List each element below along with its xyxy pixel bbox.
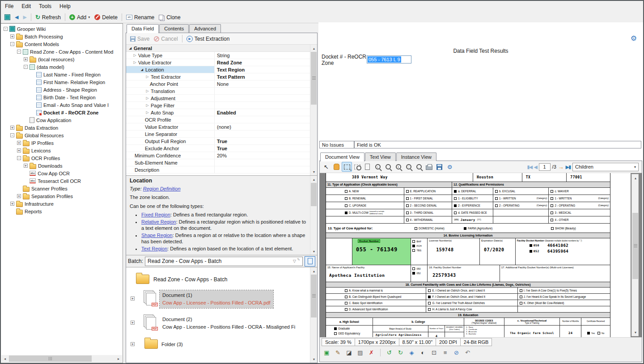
tree-item[interactable]: +Infrastructure xyxy=(2,200,122,207)
menu-item-edit[interactable]: Edit xyxy=(17,1,35,11)
filter-icon[interactable]: ▽✎ xyxy=(293,259,300,263)
tab-instance-view[interactable]: Instance View xyxy=(396,152,436,161)
property-row[interactable]: ▷Value TypeString xyxy=(126,52,310,59)
help-link[interactable]: Shape Region xyxy=(141,233,173,238)
tree-item[interactable]: -OCR Profiles xyxy=(2,154,122,162)
tree-item[interactable]: +Downloads xyxy=(2,162,122,169)
scroll-down-arrow[interactable]: ▾ xyxy=(310,168,317,175)
scroll-left-arrow[interactable]: ◂ xyxy=(1,355,8,362)
scroll-up-arrow[interactable]: ▴ xyxy=(632,174,639,182)
tree-item[interactable]: Address - Shape Region xyxy=(2,86,122,93)
add-button[interactable]: +Add▾ xyxy=(67,13,92,21)
document-page[interactable]: 389 Vermont WayHoustonTX7700111. Type of… xyxy=(326,173,631,337)
property-row[interactable]: ▷Value ExtractorRead Zone xyxy=(126,59,310,66)
scroll-up-arrow[interactable]: ▴ xyxy=(310,45,317,52)
tree-item[interactable]: Reports xyxy=(2,207,122,215)
settings-wrench-icon[interactable]: ⚙ xyxy=(631,35,637,42)
rotate-left-button[interactable]: ↺ xyxy=(385,348,394,357)
tree-item[interactable]: +Data Extraction xyxy=(2,124,122,131)
expand-arrow-icon[interactable]: ▷ xyxy=(132,60,137,64)
property-row[interactable]: ▷Adjustment xyxy=(126,95,310,102)
page-preview-button[interactable] xyxy=(362,162,373,172)
batch-folder-item[interactable]: +Folder (3) xyxy=(131,339,317,349)
tree-expander-icon[interactable]: + xyxy=(131,321,135,325)
print-button[interactable] xyxy=(424,162,434,172)
tree-expander-icon[interactable]: - xyxy=(24,65,28,69)
expand-arrow-icon[interactable]: ▷ xyxy=(145,110,150,114)
expand-arrow-icon[interactable]: ▷ xyxy=(145,89,150,93)
zoom-in-button[interactable]: + xyxy=(373,162,383,172)
rename-button[interactable]: abRename xyxy=(124,13,157,21)
tree-item[interactable]: Cow Application xyxy=(2,116,122,124)
delete-image-button[interactable]: ✗ xyxy=(367,348,376,357)
property-grid-scrollbar[interactable]: ▴ ▾ xyxy=(310,45,317,175)
batch-document-item[interactable]: +PDFDocument (1)Cow App - Licensee - Pos… xyxy=(131,290,317,308)
property-row[interactable]: Value Extractor(none) xyxy=(126,123,310,131)
tree-item[interactable]: Email - Auto Snap and Value I xyxy=(2,101,122,109)
tree-expander-icon[interactable]: + xyxy=(10,126,14,130)
viewer-settings-button[interactable]: ⚙ xyxy=(445,162,455,172)
region-definition-link[interactable]: Region Definition xyxy=(143,186,181,191)
help-scrollbar[interactable]: ▴ ▾ xyxy=(310,176,317,255)
tree-expander-icon[interactable]: + xyxy=(131,342,135,346)
forward-button[interactable]: ▶ xyxy=(21,14,29,21)
expand-arrow-icon[interactable]: ▷ xyxy=(145,103,150,107)
back-button[interactable]: ◀ xyxy=(13,14,21,21)
scroll-down-arrow[interactable]: ▾ xyxy=(310,356,317,363)
tree-horizontal-scrollbar[interactable]: ◂ ▸ xyxy=(1,355,122,362)
property-row[interactable]: ◢General xyxy=(126,45,310,52)
property-row[interactable]: Exclude AnchorTrue xyxy=(126,145,310,152)
pointer-button[interactable]: ↖ xyxy=(321,162,331,172)
property-row[interactable]: Line Separator xyxy=(126,131,310,138)
tab-contents[interactable]: Contents xyxy=(159,24,189,33)
tree-expander-icon[interactable]: + xyxy=(131,296,135,301)
tree-item[interactable]: Last Name - Fixed Region xyxy=(2,71,122,78)
threshold-button[interactable]: ◪ xyxy=(345,348,353,357)
tree-item[interactable]: Birth Date - Text Region xyxy=(2,93,122,101)
tree-item[interactable]: abcCow App OCR xyxy=(2,169,122,177)
tree-item[interactable]: +Batch Processing xyxy=(2,33,122,40)
property-row[interactable]: Output Full RegionTrue xyxy=(126,138,310,145)
property-row[interactable]: Description xyxy=(126,166,310,174)
property-row[interactable]: ▷Text ExtractorText Pattern xyxy=(126,73,310,80)
test-extraction-button[interactable]: ▶Test Extraction xyxy=(184,35,232,43)
tree-expander-icon[interactable]: + xyxy=(17,148,21,152)
scroll-down-arrow[interactable]: ▾ xyxy=(632,329,639,336)
property-row[interactable]: ▷Translation xyxy=(126,88,310,95)
scrollbar-thumb[interactable] xyxy=(311,183,317,206)
delete-button[interactable]: Delete xyxy=(92,13,120,21)
scroll-right-arrow[interactable]: ▸ xyxy=(115,355,122,362)
tree-item[interactable]: First Name- Relative Region xyxy=(2,78,122,86)
tree-item[interactable]: +Lexicons xyxy=(2,147,122,154)
undo-button[interactable]: ↶ xyxy=(463,348,472,357)
zoom-actual-button[interactable]: 1 xyxy=(393,162,403,172)
cancel-button[interactable]: Cancel xyxy=(152,35,180,43)
tree-item[interactable]: -(data model) xyxy=(2,63,122,71)
tree-expander-icon[interactable]: + xyxy=(10,202,14,206)
tree-item[interactable]: -Global Resources xyxy=(2,131,122,139)
help-link[interactable]: Relative Region xyxy=(141,219,176,224)
tree-expander-icon[interactable]: + xyxy=(17,194,21,198)
tab-document-view[interactable]: Document View xyxy=(320,152,364,161)
zoom-fit-button[interactable]: □ xyxy=(403,162,414,172)
save-button[interactable]: Save xyxy=(128,35,152,43)
property-row[interactable]: Sub-Element Name xyxy=(126,159,310,166)
deskew-button[interactable]: ≡ xyxy=(441,348,449,357)
batch-document-item[interactable]: +PDFDocument (2)Cow App - Licensee - Pos… xyxy=(131,314,317,332)
property-row[interactable]: Anchor PointNone xyxy=(126,80,310,88)
tree-expander-icon[interactable]: - xyxy=(17,156,21,160)
menu-item-help[interactable]: Help xyxy=(55,1,75,11)
viewer-scrollbar[interactable]: ▴ ▾ xyxy=(631,174,639,336)
tab-text-view[interactable]: Text View xyxy=(365,152,396,161)
next-page-button[interactable]: → xyxy=(558,164,564,170)
batch-root-item[interactable]: Read Zone - Cow Apps - Batch xyxy=(136,275,317,284)
tree-item[interactable]: +(local resources) xyxy=(2,55,122,63)
tree-expander-icon[interactable]: + xyxy=(10,34,14,38)
expand-arrow-icon[interactable]: ▷ xyxy=(145,96,150,100)
tree-expander-icon[interactable]: - xyxy=(10,133,14,137)
grayscale-button[interactable]: ▨ xyxy=(356,348,364,357)
export-button[interactable] xyxy=(434,162,445,172)
property-row[interactable]: ▷Page Filter xyxy=(126,102,310,109)
scrollbar-thumb[interactable] xyxy=(311,275,317,317)
scrollbar-thumb[interactable] xyxy=(632,213,638,279)
